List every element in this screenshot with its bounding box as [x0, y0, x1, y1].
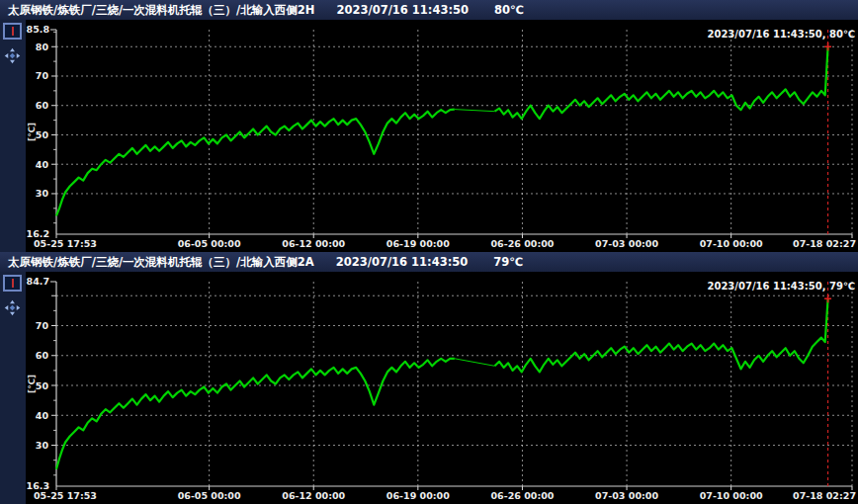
cursor-marker	[824, 42, 831, 50]
x-tick-label: 06-05 00:00	[178, 238, 241, 249]
panel-temperature: 80℃	[494, 3, 524, 17]
x-tick-label: 07-18 02:27	[793, 490, 856, 501]
trend-chart-2A[interactable]: 706050403005-25 17:5306-05 00:0006-12 00…	[26, 272, 858, 504]
y-min-label: 16.2	[27, 228, 49, 239]
panel-title: 太原钢铁/炼铁厂/三烧/一次混料机托辊（三）/北输入西侧2H	[8, 3, 314, 18]
y-tick-label: 40	[36, 159, 49, 170]
panel-sidebar	[0, 272, 26, 504]
series-line	[495, 298, 828, 372]
y-tick-label: 40	[36, 410, 49, 421]
y-min-label: 16.3	[27, 480, 49, 491]
x-tick-label: 07-03 00:00	[595, 238, 658, 249]
y-tick-label: 50	[36, 380, 49, 391]
x-tick-label: 07-10 00:00	[700, 238, 763, 249]
trend-panel-2H: 太原钢铁/炼铁厂/三烧/一次混料机托辊（三）/北输入西侧2H 2023/07/1…	[0, 0, 858, 252]
thumbnail-spike-mark	[12, 27, 14, 36]
cursor-annotation: 2023/07/16 11:43:50, 80℃	[707, 29, 855, 40]
x-tick-label: 06-19 00:00	[386, 490, 450, 501]
cursor-annotation: 2023/07/16 11:43:50, 79℃	[707, 281, 855, 292]
panel-header: 太原钢铁/炼铁厂/三烧/一次混料机托辊（三）/北输入西侧2A 2023/07/1…	[0, 252, 858, 272]
x-tick-label: 06-12 00:00	[282, 238, 345, 249]
move-arrows-icon[interactable]	[4, 47, 21, 64]
y-tick-label: 70	[36, 70, 49, 81]
panel-title: 太原钢铁/炼铁厂/三烧/一次混料机托辊（三）/北输入西侧2A	[8, 255, 314, 270]
move-arrows-icon[interactable]	[4, 299, 21, 316]
x-tick-label: 05-25 17:53	[34, 238, 97, 249]
x-tick-label: 06-26 00:00	[490, 238, 554, 249]
x-tick-label: 05-25 17:53	[34, 490, 97, 501]
panel-datetime: 2023/07/16 11:43:50	[336, 3, 469, 17]
series-line	[56, 359, 455, 469]
y-max-label: 85.8	[27, 24, 50, 35]
y-max-label: 84.7	[27, 276, 49, 287]
y-axis-title: [℃]	[27, 123, 37, 141]
chart-area: 706050403005-25 17:5306-05 00:0006-12 00…	[26, 272, 858, 504]
y-tick-label: 70	[36, 320, 49, 331]
panel-sidebar	[0, 20, 26, 252]
y-tick-label: 30	[36, 440, 49, 451]
y-tick-label: 50	[36, 129, 49, 140]
trend-panel-2A: 太原钢铁/炼铁厂/三烧/一次混料机托辊（三）/北输入西侧2A 2023/07/1…	[0, 252, 858, 504]
x-tick-label: 06-05 00:00	[178, 490, 241, 501]
panel-datetime: 2023/07/16 11:43:50	[336, 255, 469, 269]
y-tick-label: 30	[36, 188, 49, 199]
series-gap-segment	[455, 110, 495, 112]
x-tick-label: 07-03 00:00	[595, 490, 658, 501]
y-tick-label: 60	[36, 350, 49, 361]
cursor-marker	[824, 294, 831, 302]
y-tick-label: 80	[36, 42, 49, 52]
y-axis-title: [℃]	[27, 375, 37, 393]
series-gap-segment	[455, 359, 495, 367]
series-line	[56, 110, 455, 216]
x-tick-label: 06-12 00:00	[282, 490, 345, 501]
chart-area: 80706050403005-25 17:5306-05 00:0006-12 …	[26, 20, 858, 252]
panel-temperature: 79℃	[493, 255, 523, 269]
panel-header: 太原钢铁/炼铁厂/三烧/一次混料机托辊（三）/北输入西侧2H 2023/07/1…	[0, 0, 858, 20]
trend-thumbnail-icon[interactable]	[3, 275, 22, 292]
trend-chart-2H[interactable]: 80706050403005-25 17:5306-05 00:0006-12 …	[26, 20, 858, 252]
x-tick-label: 07-10 00:00	[700, 490, 763, 501]
x-tick-label: 06-19 00:00	[386, 238, 450, 249]
x-tick-label: 07-18 02:27	[793, 238, 856, 249]
x-tick-label: 06-26 00:00	[490, 490, 554, 501]
thumbnail-spike-mark	[12, 279, 14, 288]
trend-thumbnail-icon[interactable]	[3, 23, 22, 40]
series-line	[495, 46, 828, 119]
y-tick-label: 60	[36, 100, 49, 111]
